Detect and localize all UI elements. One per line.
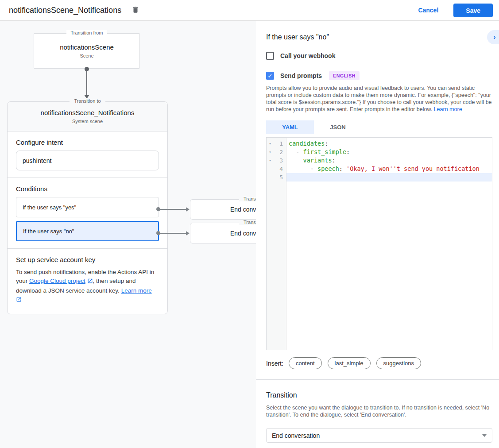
- end-node-legend: Transition: [190, 220, 256, 225]
- from-scene-type: Scene: [80, 53, 93, 58]
- prompts-description: Prompts allow you to provide audio and v…: [266, 85, 496, 113]
- send-prompts-checkbox[interactable]: ✓: [266, 72, 274, 80]
- transition-heading: Transition: [266, 391, 297, 399]
- chevron-right-icon: ›: [493, 33, 495, 41]
- condition-yes-port: [156, 207, 160, 211]
- line-number: 5: [274, 174, 286, 181]
- condition-detail-panel: If the user says "no" › Call your webhoo…: [256, 21, 499, 448]
- save-button[interactable]: Save: [453, 4, 493, 17]
- gutter-row: 5: [267, 173, 286, 182]
- delete-scene-button[interactable]: [129, 4, 142, 16]
- cancel-button[interactable]: Cancel: [411, 3, 445, 17]
- fold-arrow-icon[interactable]: ▾: [267, 158, 274, 162]
- editor-format-tabs: YAML JSON: [266, 120, 362, 134]
- dropdown-caret-icon: [482, 434, 487, 437]
- transition-to-card: Transition to notificationsScene_Notific…: [7, 101, 168, 314]
- prompt-code-editor[interactable]: ▾1▾2▾345 candidates: - first_simple: var…: [266, 137, 492, 350]
- code-line[interactable]: candidates:: [286, 139, 492, 148]
- condition-no-arrowhead: [186, 231, 190, 236]
- end-node-legend: Transition: [190, 196, 256, 201]
- learn-more-link[interactable]: Learn more: [121, 287, 152, 294]
- prompts-learn-more-link[interactable]: Learn more: [434, 106, 462, 112]
- transition-to-legend: Transition to: [8, 98, 167, 104]
- condition-yes-arrowhead: [186, 207, 190, 212]
- section-divider: [256, 379, 499, 380]
- send-prompts-row[interactable]: ✓ Send prompts ENGLISH: [266, 71, 360, 80]
- line-number: 1: [274, 140, 286, 147]
- detail-title: If the user says "no": [266, 33, 329, 41]
- end-node-label: End conversation: [230, 230, 256, 237]
- google-cloud-project-link[interactable]: Google Cloud project: [29, 278, 85, 284]
- open-in-new-icon: [87, 278, 93, 286]
- scene-name: notificationsScene_Notifications: [41, 109, 135, 116]
- condition-no-port: [156, 231, 160, 235]
- insert-last-simple-pill[interactable]: last_simple: [328, 357, 371, 369]
- service-account-section: Set up service account key To send push …: [8, 249, 167, 312]
- gutter-row: ▾3: [267, 156, 286, 165]
- condition-no-connector: [160, 233, 186, 234]
- insert-row: Insert: content last_simple suggestions: [266, 357, 427, 369]
- call-webhook-checkbox[interactable]: [266, 52, 274, 60]
- line-number: 3: [274, 157, 286, 164]
- insert-content-pill[interactable]: content: [289, 357, 322, 369]
- trash-icon: [132, 5, 139, 15]
- end-conversation-node-yes[interactable]: Transition End conversation: [190, 199, 256, 220]
- code-line[interactable]: variants:: [286, 156, 492, 165]
- editor-gutter: ▾1▾2▾345: [267, 138, 286, 350]
- transition-select-value: End conversation: [272, 432, 320, 439]
- tab-yaml[interactable]: YAML: [266, 120, 314, 134]
- page-title: notificationsScene_Notifications: [9, 6, 121, 15]
- line-number: 2: [274, 149, 286, 155]
- transition-from-legend: Transition from: [34, 30, 139, 35]
- language-badge: ENGLISH: [329, 71, 360, 80]
- condition-yes-connector: [160, 209, 186, 210]
- code-line[interactable]: - first_simple:: [286, 148, 492, 156]
- tab-json[interactable]: JSON: [314, 120, 362, 134]
- gutter-row: 4: [267, 165, 286, 173]
- code-line-active[interactable]: [286, 173, 492, 182]
- intent-item[interactable]: pushIntent: [16, 151, 159, 170]
- top-bar: notificationsScene_Notifications Cancel …: [0, 0, 499, 21]
- service-account-heading: Set up service account key: [16, 256, 159, 263]
- send-prompts-label: Send prompts: [280, 72, 322, 79]
- gutter-row: ▾2: [267, 148, 286, 156]
- line-number: 4: [274, 166, 286, 172]
- insert-label: Insert:: [266, 360, 283, 367]
- fold-arrow-icon[interactable]: ▾: [267, 142, 274, 146]
- call-webhook-row[interactable]: Call your webhook: [266, 52, 335, 60]
- call-webhook-label: Call your webhook: [280, 52, 335, 59]
- from-scene-name: notificationsScene: [60, 43, 114, 51]
- transition-select[interactable]: End conversation: [266, 428, 492, 443]
- configure-intent-heading: Configure intent: [16, 139, 159, 146]
- gutter-row: ▾1: [267, 139, 286, 148]
- transition-description: Select the scene you want the dialogue t…: [266, 404, 496, 418]
- conditions-section: Conditions If the user says "yes" If the…: [8, 178, 167, 249]
- configure-intent-section: Configure intent pushIntent: [8, 131, 167, 178]
- service-account-text: To send push notifications, enable the A…: [16, 268, 159, 305]
- conditions-heading: Conditions: [16, 185, 159, 193]
- scene-type: System scene: [72, 119, 103, 124]
- end-node-label: End conversation: [230, 206, 256, 213]
- scene-card-header[interactable]: Transition to notificationsScene_Notific…: [8, 102, 167, 131]
- scene-flow-panel: Transition from notificationsScene Scene…: [0, 21, 256, 448]
- insert-suggestions-pill[interactable]: suggestions: [376, 357, 421, 369]
- transition-from-node[interactable]: Transition from notificationsScene Scene: [34, 33, 140, 69]
- fold-arrow-icon[interactable]: ▾: [267, 150, 274, 154]
- code-line[interactable]: - speech: 'Okay, I won''t send you notif…: [286, 165, 492, 173]
- editor-code[interactable]: candidates: - first_simple: variants: - …: [286, 138, 492, 350]
- condition-item-no[interactable]: If the user says "no": [16, 221, 159, 241]
- collapse-panel-button[interactable]: ›: [487, 30, 499, 44]
- condition-item-yes[interactable]: If the user says "yes": [16, 197, 159, 217]
- connector-arrowhead: [84, 95, 89, 99]
- open-in-new-icon: [16, 296, 22, 305]
- checkmark-icon: ✓: [268, 73, 273, 79]
- connector-line: [86, 70, 87, 95]
- end-conversation-node-no[interactable]: Transition End conversation: [190, 223, 256, 243]
